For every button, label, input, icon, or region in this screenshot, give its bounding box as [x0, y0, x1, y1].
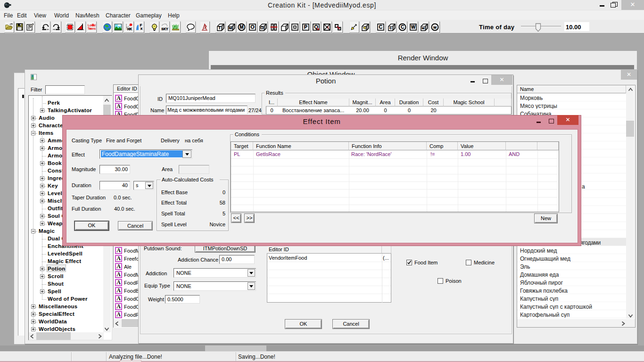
svg-text:x: x	[140, 26, 143, 31]
svg-text:M: M	[229, 26, 232, 30]
svg-text:O: O	[260, 25, 264, 30]
svg-text:M: M	[239, 25, 243, 30]
svg-text:T: T	[218, 25, 221, 30]
svg-text:w: w	[433, 25, 437, 30]
svg-text:C: C	[379, 24, 383, 30]
svg-text:HK: HK	[127, 27, 132, 31]
svg-text:W: W	[411, 25, 416, 30]
svg-text:c: c	[389, 25, 392, 30]
svg-text:P: P	[304, 24, 307, 30]
svg-text:Trans: Trans	[88, 27, 96, 30]
svg-text:w: w	[421, 26, 425, 30]
svg-text:SKY: SKY	[161, 27, 168, 31]
svg-text:C: C	[401, 25, 404, 30]
svg-text:O: O	[250, 24, 255, 30]
